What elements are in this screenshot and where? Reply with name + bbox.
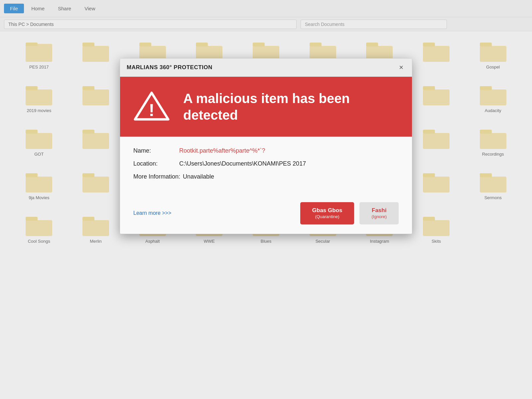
ignore-label: Fashi bbox=[372, 207, 386, 213]
dialog-body: Name: Rootkit.parte%after%parte^%*`? Loc… bbox=[120, 137, 412, 196]
more-info-label: More Information: bbox=[133, 173, 180, 180]
dialog-footer: Learn more >>> Gbas Gbos (Quarantine) Fa… bbox=[120, 196, 412, 234]
name-row: Name: Rootkit.parte%after%parte^%*`? bbox=[133, 147, 399, 154]
alert-dialog: MARLIANS 360° PROTECTION × ! A malicious… bbox=[120, 58, 412, 234]
location-row: Location: C:\Users\Jones\Documents\KONAM… bbox=[133, 160, 399, 167]
ignore-sub: (Ignore) bbox=[371, 214, 387, 220]
name-value: Rootkit.parte%after%parte^%*`? bbox=[179, 147, 265, 154]
banner-text: A malicious item has been detected bbox=[183, 90, 399, 123]
warning-triangle-icon: ! bbox=[133, 90, 170, 123]
footer-buttons: Gbas Gbos (Quarantine) Fashi (Ignore) bbox=[300, 202, 399, 224]
location-label: Location: bbox=[133, 160, 177, 167]
quarantine-button[interactable]: Gbas Gbos (Quarantine) bbox=[300, 202, 354, 224]
dialog-titlebar: MARLIANS 360° PROTECTION × bbox=[120, 59, 412, 77]
learn-more-link[interactable]: Learn more >>> bbox=[133, 210, 171, 216]
ignore-button[interactable]: Fashi (Ignore) bbox=[359, 202, 399, 224]
svg-text:!: ! bbox=[149, 100, 154, 120]
dialog-title: MARLIANS 360° PROTECTION bbox=[127, 64, 212, 71]
name-label: Name: bbox=[133, 147, 177, 154]
location-value: C:\Users\Jones\Documents\KONAMI\PES 2017 bbox=[179, 160, 306, 167]
more-info-row: More Information: Unavailable bbox=[133, 173, 399, 180]
quarantine-sub: (Quarantine) bbox=[312, 214, 342, 220]
quarantine-label: Gbas Gbos bbox=[312, 207, 342, 213]
more-info-value: Unavailable bbox=[183, 173, 214, 180]
red-banner: ! A malicious item has been detected bbox=[120, 77, 412, 137]
dialog-close-button[interactable]: × bbox=[397, 63, 405, 72]
